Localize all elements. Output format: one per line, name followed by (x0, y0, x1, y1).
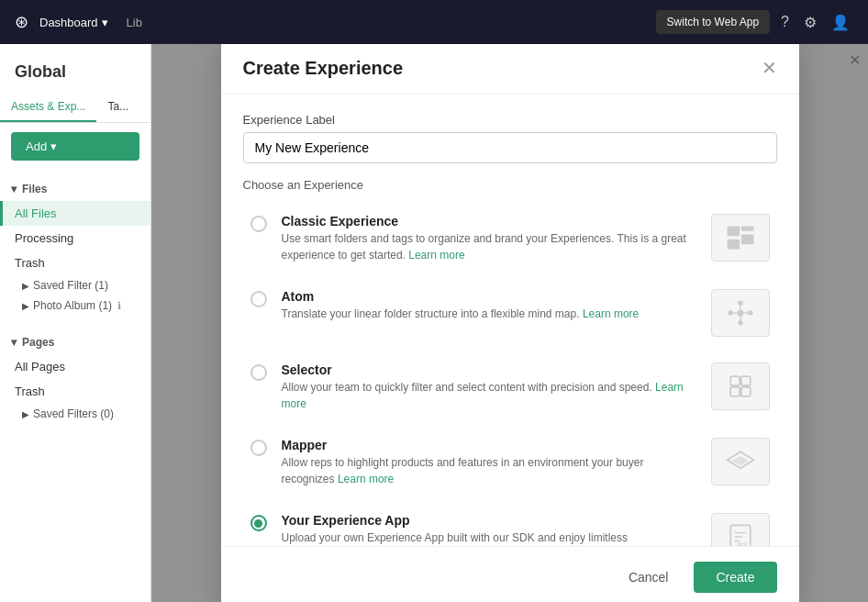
option-icon-your-app: app (711, 513, 770, 546)
user-icon[interactable]: 👤 (828, 10, 853, 35)
sidebar-item-trash-files[interactable]: Trash (0, 251, 150, 275)
option-icon-mapper (711, 438, 770, 485)
svg-rect-1 (727, 226, 740, 236)
option-icon-atom (711, 289, 770, 337)
pages-section-header[interactable]: ▾ Pages (0, 330, 150, 354)
photo-album-info-icon: ℹ (117, 300, 121, 312)
topbar: ⊛ Dashboard ▾ Lib Switch to Web App ? ⚙ … (0, 0, 868, 44)
option-content-your-app: Your Experience App Upload your own Expe… (282, 513, 696, 546)
svg-point-5 (737, 309, 743, 316)
create-button[interactable]: Create (694, 562, 776, 593)
learn-more-selector[interactable]: Learn more (282, 381, 684, 410)
settings-icon[interactable]: ⚙ (800, 10, 820, 35)
main-content: ✕ Create Experience ✕ (151, 44, 868, 602)
sidebar-title: Global (0, 55, 150, 93)
files-chevron-icon: ▾ (11, 183, 17, 195)
option-content-selector: Selector Allow your team to quickly filt… (282, 362, 696, 412)
experience-label-field-label: Experience Label (243, 113, 777, 127)
sidebar-item-processing[interactable]: Processing (0, 226, 150, 251)
modal-title: Create Experience (243, 58, 404, 79)
learn-more-classic[interactable]: Learn more (408, 249, 464, 262)
modal-body: Experience Label Choose an Experience Cl… (221, 95, 799, 546)
saved-filters-pages-label: Saved Filters (0) (33, 407, 114, 420)
sidebar-item-all-files[interactable]: All Files (0, 201, 150, 226)
lib-nav[interactable]: Lib (119, 16, 150, 29)
sidebar-item-saved-filter[interactable]: ▶ Saved Filter (1) (0, 275, 150, 295)
svg-rect-15 (740, 376, 750, 385)
pages-section: ▾ Pages All Pages Trash ▶ Saved Filters … (0, 323, 150, 431)
option-title-selector: Selector (282, 362, 696, 377)
svg-rect-17 (740, 387, 750, 396)
sidebar-item-saved-filters-pages[interactable]: ▶ Saved Filters (0) (0, 404, 150, 424)
sidebar-item-all-pages[interactable]: All Pages (0, 354, 150, 379)
topbar-left: ⊛ Dashboard ▾ Lib (15, 12, 150, 32)
learn-more-atom[interactable]: Learn more (583, 307, 639, 320)
sidebar-item-trash-pages[interactable]: Trash (0, 379, 150, 404)
photo-album-caret: ▶ (22, 301, 29, 311)
tab-assets-experiences[interactable]: Assets & Exp... (0, 93, 96, 122)
experience-option-atom[interactable]: Atom Translate your linear folder struct… (243, 278, 777, 348)
svg-point-6 (738, 301, 742, 306)
modal-footer: Cancel Create (221, 546, 799, 602)
option-desc-classic: Use smart folders and tags to organize a… (282, 230, 696, 263)
option-icon-selector (711, 362, 770, 410)
saved-filters-pages-caret: ▶ (22, 409, 29, 419)
switch-to-web-app-button[interactable]: Switch to Web App (656, 10, 771, 34)
experience-option-classic[interactable]: Classic Experience Use smart folders and… (243, 203, 777, 274)
option-icon-classic (711, 214, 770, 262)
add-button[interactable]: Add ▾ (11, 132, 139, 161)
radio-atom[interactable] (250, 291, 267, 307)
option-title-your-app: Your Experience App (282, 513, 696, 528)
tab-tags[interactable]: Ta... (96, 93, 139, 122)
files-section-label: Files (22, 183, 47, 195)
radio-classic[interactable] (250, 216, 267, 232)
cancel-button[interactable]: Cancel (614, 563, 684, 592)
help-icon[interactable]: ? (777, 10, 793, 34)
files-section: ▾ Files All Files Processing Trash ▶ Sav… (0, 170, 150, 323)
option-content-mapper: Mapper Allow reps to highlight products … (282, 438, 696, 487)
option-content-atom: Atom Translate your linear folder struct… (282, 289, 696, 322)
option-desc-atom: Translate your linear folder structure i… (282, 306, 696, 322)
pages-section-label: Pages (22, 336, 54, 349)
svg-rect-4 (740, 234, 753, 244)
dashboard-nav[interactable]: Dashboard ▾ (39, 16, 108, 29)
modal-overlay: Create Experience ✕ Experience Label Cho… (151, 44, 868, 602)
radio-your-app[interactable] (250, 515, 267, 531)
option-desc-your-app: Upload your own Experience App built wit… (282, 530, 696, 546)
add-button-label: Add (26, 139, 47, 153)
photo-album-label: Photo Album (1) (33, 299, 112, 312)
experience-label-input[interactable] (243, 132, 777, 163)
option-title-atom: Atom (282, 289, 696, 304)
sidebar-item-photo-album[interactable]: ▶ Photo Album (1) ℹ (0, 295, 150, 316)
topbar-right: Switch to Web App ? ⚙ 👤 (656, 10, 853, 35)
saved-filter-label: Saved Filter (1) (33, 279, 108, 292)
saved-filter-caret: ▶ (22, 281, 29, 291)
option-title-mapper: Mapper (282, 438, 696, 452)
svg-rect-3 (727, 240, 740, 250)
option-title-classic: Classic Experience (282, 214, 696, 229)
option-desc-selector: Allow your team to quickly filter and se… (282, 379, 696, 412)
learn-more-mapper[interactable]: Learn more (338, 473, 394, 485)
svg-rect-16 (730, 387, 740, 396)
pages-chevron-icon: ▾ (11, 336, 17, 349)
radio-selector[interactable] (250, 364, 267, 381)
svg-point-9 (748, 310, 752, 315)
files-section-header[interactable]: ▾ Files (0, 177, 150, 201)
modal-header: Create Experience ✕ (221, 44, 799, 95)
svg-point-7 (738, 320, 742, 325)
option-desc-mapper: Allow reps to highlight products and fea… (282, 454, 696, 487)
svg-point-8 (728, 310, 732, 315)
experience-option-selector[interactable]: Selector Allow your team to quickly filt… (243, 351, 777, 423)
add-chevron-icon: ▾ (50, 139, 57, 153)
topbar-logo: ⊛ (15, 12, 28, 32)
experience-option-your-app[interactable]: Your Experience App Upload your own Expe… (243, 502, 777, 546)
sidebar: Global Assets & Exp... Ta... Add ▾ ▾ Fil… (0, 44, 151, 602)
experience-option-mapper[interactable]: Mapper Allow reps to highlight products … (243, 427, 777, 498)
sidebar-tabs: Assets & Exp... Ta... (0, 93, 150, 123)
app-body: Global Assets & Exp... Ta... Add ▾ ▾ Fil… (0, 44, 868, 602)
create-experience-modal: Create Experience ✕ Experience Label Cho… (221, 44, 799, 602)
radio-mapper[interactable] (250, 440, 267, 456)
choose-experience-label: Choose an Experience (243, 178, 777, 192)
option-content-classic: Classic Experience Use smart folders and… (282, 214, 696, 263)
modal-close-button[interactable]: ✕ (762, 57, 777, 79)
